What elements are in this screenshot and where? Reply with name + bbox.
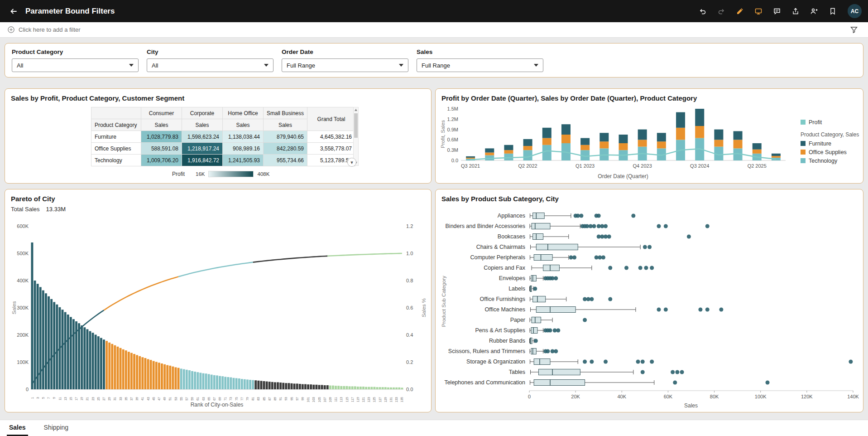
filter-funnel-button[interactable] <box>847 23 861 37</box>
edit-button[interactable] <box>733 4 747 19</box>
grand-total-cell: 3,558,778.07 <box>307 143 355 155</box>
svg-text:300K: 300K <box>17 305 29 310</box>
grand-total-cell: 4,645,382.16 <box>307 131 355 143</box>
stacked-bar-chart[interactable]: 0.00.3M0.6M0.9M1.2M1.5MQ3 2021Q2 2022Q1 … <box>436 89 863 183</box>
svg-text:113: 113 <box>340 397 343 402</box>
svg-text:Computer Peripherals: Computer Peripherals <box>470 254 525 261</box>
legend-item-profit[interactable]: Profit <box>801 118 859 126</box>
heatmap-cell[interactable]: 908,989.16 <box>223 143 264 155</box>
svg-text:119: 119 <box>356 397 360 402</box>
add-user-button[interactable] <box>807 4 821 19</box>
heatmap-cell[interactable]: 1,598,623.24 <box>182 131 223 143</box>
heatmap-cell[interactable]: 1,916,842.72 <box>182 155 223 166</box>
redo-button[interactable] <box>714 4 729 19</box>
tab-shipping[interactable]: Shipping <box>42 420 71 436</box>
svg-text:3: 3 <box>36 397 39 399</box>
city-select[interactable]: All <box>147 58 273 72</box>
comment-icon <box>773 7 781 15</box>
heatmap-cell[interactable]: 1,009,706.20 <box>141 155 182 166</box>
edit-pencil-icon <box>736 7 744 15</box>
svg-text:Appliances: Appliances <box>498 213 525 219</box>
svg-text:115: 115 <box>345 397 349 402</box>
pareto-chart[interactable]: 0100K200K300K400K500K600K0.00.20.40.60.8… <box>5 189 431 412</box>
heatmap-cell[interactable]: 1,241,505.93 <box>223 155 264 166</box>
svg-text:Office Furnishings: Office Furnishings <box>480 296 525 302</box>
svg-text:Bookcases: Bookcases <box>498 233 525 240</box>
boxplot-chart[interactable]: 020K40K60K80K100K120K140KAppliancesBinde… <box>436 189 863 412</box>
table-row: Technology1,009,706.201,916,842.721,241,… <box>91 155 355 166</box>
heatmap-cell[interactable]: 1,138,038.44 <box>223 131 264 143</box>
svg-text:117: 117 <box>351 397 354 402</box>
svg-text:0.6: 0.6 <box>406 305 413 310</box>
topbar-actions: AC <box>695 4 862 19</box>
heatmap-cell[interactable]: 955,734.66 <box>264 155 307 166</box>
row-header: Product Category <box>91 119 141 131</box>
svg-text:Envelopes: Envelopes <box>499 275 525 281</box>
legend-swatch <box>801 120 806 125</box>
legend-swatch <box>801 158 806 163</box>
svg-text:400K: 400K <box>17 278 29 283</box>
add-filter-button[interactable]: Click here to add a filter <box>7 26 81 34</box>
heatmap-cell[interactable]: 879,940.65 <box>264 131 307 143</box>
measure-header: Sales <box>223 119 264 131</box>
bookmark-button[interactable] <box>825 4 840 19</box>
svg-text:Storage & Organization: Storage & Organization <box>466 358 525 365</box>
panel-sales-by-profit-table: Sales by Profit, Product Category, Custo… <box>5 88 432 184</box>
scroll-down-button[interactable]: ▾ <box>347 158 356 167</box>
grand-total-header: Grand Total <box>307 107 355 131</box>
panel-profit-sales-by-quarter: Profit by Order Date (Quarter), Sales by… <box>435 88 863 184</box>
select-value: All <box>17 62 23 69</box>
svg-text:100K: 100K <box>17 359 29 365</box>
heatmap-cell[interactable]: 842,280.59 <box>264 143 307 155</box>
heatmap-cell[interactable]: 1,218,917.24 <box>182 143 223 155</box>
svg-text:29: 29 <box>108 397 111 401</box>
svg-text:61: 61 <box>196 397 199 401</box>
svg-text:25: 25 <box>97 397 100 401</box>
chevron-down-icon <box>264 64 269 67</box>
heatmap-cell[interactable]: 588,591.08 <box>141 143 182 155</box>
x-axis-label: Sales <box>684 402 698 409</box>
scroll-up-arrow[interactable] <box>355 109 357 111</box>
undo-button[interactable] <box>695 4 710 19</box>
back-arrow-icon <box>9 7 18 16</box>
row-label: Furniture <box>91 131 141 143</box>
svg-text:89: 89 <box>273 397 277 401</box>
legend-min: 16K <box>196 171 205 177</box>
select-value: Full Range <box>422 62 450 69</box>
funnel-icon <box>850 26 858 34</box>
tab-sales[interactable]: Sales <box>7 420 28 436</box>
avatar[interactable]: AC <box>848 4 862 18</box>
svg-text:39: 39 <box>135 397 139 401</box>
present-button[interactable] <box>751 4 766 19</box>
table-scrollbar[interactable] <box>353 107 359 166</box>
filter-label: Sales <box>417 48 543 55</box>
svg-text:59: 59 <box>191 397 194 401</box>
svg-text:Pens & Art Supplies: Pens & Art Supplies <box>475 327 525 334</box>
panel-sales-by-subcategory: Sales by Product Sub Category, City 020K… <box>435 189 863 412</box>
back-button[interactable] <box>6 4 21 19</box>
svg-text:65: 65 <box>207 397 211 401</box>
order-date-select[interactable]: Full Range <box>282 58 408 72</box>
legend-item-technology[interactable]: Technology <box>801 156 859 165</box>
comment-button[interactable] <box>770 4 784 19</box>
svg-text:Q1 2023: Q1 2023 <box>575 163 595 169</box>
panel-title: Sales by Profit, Product Category, Custo… <box>11 94 184 102</box>
svg-text:123: 123 <box>367 397 370 402</box>
sales-select[interactable]: Full Range <box>417 58 543 72</box>
svg-text:69: 69 <box>218 397 221 401</box>
legend-item-furniture[interactable]: Furniture <box>801 139 859 148</box>
svg-text:135: 135 <box>400 397 403 402</box>
scrollbar-thumb[interactable] <box>354 113 358 138</box>
filter-panel: Product Category All City All Order Date… <box>5 43 863 78</box>
filter-sales: Sales Full Range <box>417 48 543 77</box>
export-button[interactable] <box>788 4 803 19</box>
svg-text:63: 63 <box>202 397 205 401</box>
panel-pareto-of-city: Pareto of City Total Sales 13.33M 0100K2… <box>5 189 432 412</box>
svg-text:51: 51 <box>168 397 172 401</box>
svg-text:15: 15 <box>69 397 72 401</box>
legend-item-office-supplies[interactable]: Office Supplies <box>801 148 859 156</box>
svg-text:Labels: Labels <box>508 286 525 292</box>
heatmap-cell[interactable]: 1,028,779.83 <box>141 131 182 143</box>
heatmap-table: ConsumerCorporateHome OfficeSmall Busine… <box>91 107 355 166</box>
product-category-select[interactable]: All <box>12 58 139 72</box>
